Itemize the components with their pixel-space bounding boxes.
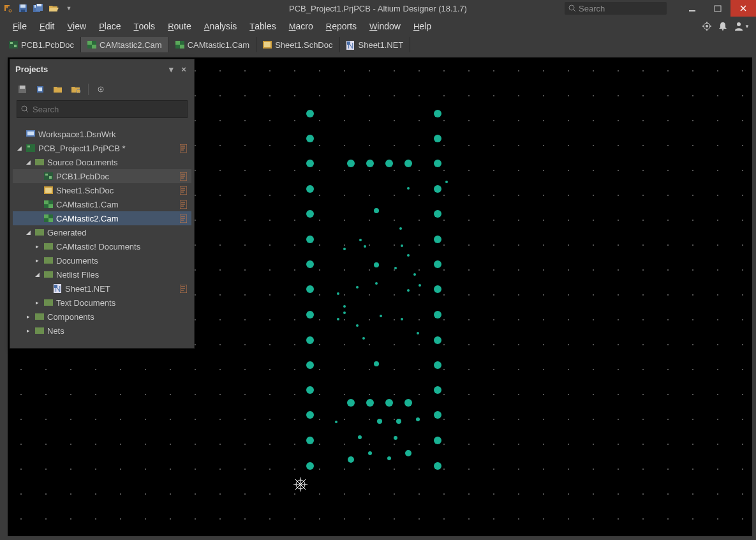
notify-bell-icon[interactable] — [719, 22, 727, 31]
svg-rect-72 — [44, 200, 48, 204]
tree-toggle-icon[interactable]: ▸ — [24, 313, 32, 320]
svg-rect-11 — [715, 6, 721, 11]
drill-hole — [368, 451, 372, 455]
file-camtastic1-cam[interactable]: CAMtastic1.Cam — [13, 197, 191, 211]
save-tool-icon[interactable] — [17, 84, 28, 95]
drill-hole — [404, 160, 412, 167]
menu-edit[interactable]: Edit — [33, 19, 61, 34]
components-folder[interactable]: ▸Components — [13, 310, 191, 324]
menu-analysis[interactable]: Analysis — [198, 19, 243, 34]
drill-hole — [434, 236, 441, 243]
close-button[interactable] — [730, 0, 756, 17]
menu-place[interactable]: Place — [93, 19, 127, 34]
file-sheet1-schdoc[interactable]: Sheet1.SchDoc — [13, 183, 191, 197]
menu-window[interactable]: Window — [363, 19, 407, 34]
project-node[interactable]: ◢PCB_Project1.PrjPCB * — [13, 141, 191, 155]
svg-rect-42 — [20, 86, 25, 89]
drill-hole — [306, 236, 314, 243]
svg-rect-26 — [87, 41, 92, 45]
folder-netlist-files[interactable]: ◢Netlist Files — [13, 267, 191, 281]
file-camtastic2-cam[interactable]: CAMtastic2.Cam — [13, 211, 191, 225]
menu-macro[interactable]: Macro — [283, 19, 320, 34]
drill-hole — [306, 185, 314, 193]
compile-tool-icon[interactable] — [34, 84, 46, 95]
drill-hole — [407, 289, 410, 292]
panel-search-input[interactable] — [33, 105, 183, 114]
drill-hole — [356, 286, 359, 289]
drill-hole — [306, 336, 314, 344]
panel-header[interactable]: Projects ▾ × — [10, 59, 194, 79]
user-account-icon[interactable]: ▼ — [734, 22, 750, 31]
doc-status-icon — [179, 284, 188, 293]
minimize-button[interactable] — [679, 0, 705, 17]
generated-folder[interactable]: ◢Generated — [13, 225, 191, 239]
svg-point-0 — [9, 10, 11, 12]
menu-route[interactable]: Route — [161, 19, 198, 34]
nets-folder[interactable]: ▸Nets — [13, 324, 191, 338]
tree-toggle-icon[interactable]: ◢ — [15, 145, 23, 151]
doctab-sheet1-schdoc[interactable]: Sheet1.SchDoc — [256, 37, 339, 52]
menu-tools[interactable]: Tools — [127, 19, 161, 34]
folder-find-tool-icon[interactable] — [70, 84, 82, 95]
folder-text-documents[interactable]: ▸Text Documents — [13, 296, 191, 310]
drill-hole — [306, 411, 314, 419]
doc-status-icon — [179, 186, 188, 195]
drill-hole — [306, 386, 314, 394]
drill-hole — [306, 260, 314, 268]
drill-hole — [366, 160, 374, 167]
settings-gear-icon[interactable] — [702, 22, 711, 31]
menu-view[interactable]: View — [61, 19, 93, 34]
tree-toggle-icon[interactable]: ▸ — [33, 299, 41, 306]
app-logo-icon — [3, 3, 13, 13]
tree-node-label: PCB_Project1.PrjPCB * — [38, 144, 179, 153]
save-all-icon[interactable] — [33, 3, 43, 13]
tree-toggle-icon[interactable]: ◢ — [24, 229, 32, 236]
svg-point-20 — [722, 29, 723, 30]
menu-reports[interactable]: Reports — [320, 19, 363, 34]
save-icon[interactable] — [18, 3, 28, 13]
titlebar-search[interactable]: Search — [565, 2, 667, 15]
drill-hole — [306, 361, 314, 369]
menu-file[interactable]: File — [6, 19, 33, 34]
menu-tables[interactable]: Tables — [243, 19, 282, 34]
maximize-button[interactable] — [705, 0, 730, 17]
file-sheet1-net[interactable]: NSheet1.NET — [13, 281, 191, 296]
file-pcb1-pcbdoc[interactable]: PCB1.PcbDoc — [13, 169, 191, 183]
drill-hole — [385, 160, 393, 167]
panel-search[interactable] — [17, 100, 188, 118]
sch-doc-icon — [263, 41, 272, 49]
doctab-camtastic1-cam[interactable]: CAMtastic1.Cam — [169, 37, 257, 52]
svg-line-49 — [26, 110, 28, 112]
dropdown-arrow-icon[interactable]: ▼ — [64, 3, 74, 13]
folder-documents[interactable]: ▸Documents — [13, 253, 191, 267]
source-docs-folder[interactable]: ◢Source Documents — [13, 155, 191, 169]
folder-tool-icon[interactable] — [52, 84, 64, 95]
doctab-pcb1-pcbdoc[interactable]: PCB1.PcbDoc — [3, 37, 81, 52]
drill-hole — [434, 411, 441, 419]
menu-help[interactable]: Help — [407, 19, 438, 34]
open-folder-icon[interactable] — [48, 3, 59, 13]
workspace-node[interactable]: Workspace1.DsnWrk — [13, 127, 191, 141]
tree-node-label: CAMtastic2.Cam — [56, 214, 179, 223]
folder-camtastic-documents[interactable]: ▸CAMtastic! Documents — [13, 239, 191, 253]
doctab-camtastic2-cam[interactable]: CAMtastic2.Cam — [81, 37, 169, 52]
doc-status-icon — [179, 214, 188, 223]
tree-toggle-icon[interactable]: ▸ — [24, 327, 32, 334]
options-gear-icon[interactable] — [95, 84, 107, 95]
search-icon — [21, 105, 29, 113]
drill-hole — [306, 311, 314, 319]
drill-hole — [364, 245, 366, 248]
svg-rect-52 — [26, 144, 35, 152]
tree-toggle-icon[interactable]: ◢ — [33, 271, 41, 278]
panel-dropdown-icon[interactable]: ▾ — [166, 64, 176, 74]
tree-toggle-icon[interactable]: ▸ — [33, 243, 41, 250]
doctab-sheet1-net[interactable]: NSheet1.NET — [340, 37, 411, 52]
svg-rect-24 — [14, 45, 17, 47]
panel-close-icon[interactable]: × — [179, 64, 189, 74]
tree-toggle-icon[interactable]: ◢ — [24, 159, 32, 165]
tree-toggle-icon[interactable]: ▸ — [33, 257, 41, 264]
drill-hole — [358, 435, 362, 439]
folder-icon — [34, 326, 45, 335]
svg-point-21 — [737, 22, 741, 26]
drill-hole — [407, 254, 410, 257]
